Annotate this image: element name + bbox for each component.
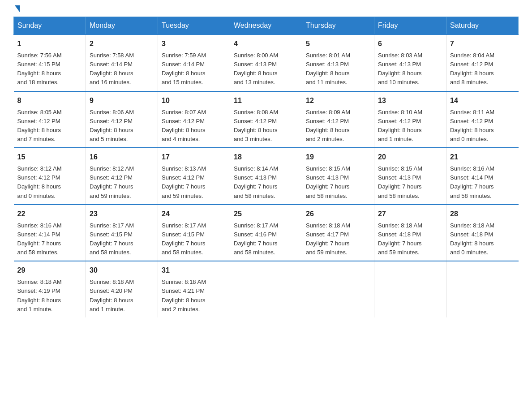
day-info: Sunrise: 8:04 AMSunset: 4:12 PMDaylight:… xyxy=(450,52,494,86)
calendar-day-cell: 9 Sunrise: 8:06 AMSunset: 4:12 PMDayligh… xyxy=(86,91,158,148)
calendar-day-cell: 19 Sunrise: 8:15 AMSunset: 4:13 PMDaylig… xyxy=(302,148,374,205)
calendar-day-cell: 22 Sunrise: 8:16 AMSunset: 4:14 PMDaylig… xyxy=(14,205,86,261)
day-number: 5 xyxy=(306,39,370,49)
calendar-day-cell: 4 Sunrise: 8:00 AMSunset: 4:13 PMDayligh… xyxy=(230,34,302,91)
day-info: Sunrise: 8:18 AMSunset: 4:20 PMDaylight:… xyxy=(90,278,134,312)
day-number: 26 xyxy=(306,209,370,219)
calendar-day-cell: 27 Sunrise: 8:18 AMSunset: 4:18 PMDaylig… xyxy=(374,205,446,261)
day-number: 11 xyxy=(234,95,298,106)
calendar-week-row: 29 Sunrise: 8:18 AMSunset: 4:19 PMDaylig… xyxy=(14,261,519,317)
day-info: Sunrise: 8:01 AMSunset: 4:13 PMDaylight:… xyxy=(306,52,350,86)
calendar-day-cell: 23 Sunrise: 8:17 AMSunset: 4:15 PMDaylig… xyxy=(86,205,158,261)
day-number: 6 xyxy=(378,39,442,49)
day-info: Sunrise: 8:18 AMSunset: 4:17 PMDaylight:… xyxy=(306,222,350,256)
day-number: 29 xyxy=(17,265,82,276)
calendar-day-cell: 1 Sunrise: 7:56 AMSunset: 4:15 PMDayligh… xyxy=(14,34,86,91)
day-number: 15 xyxy=(17,152,82,163)
day-info: Sunrise: 8:16 AMSunset: 4:14 PMDaylight:… xyxy=(17,222,62,256)
calendar-day-cell: 30 Sunrise: 8:18 AMSunset: 4:20 PMDaylig… xyxy=(86,261,158,317)
day-of-week-header: Wednesday xyxy=(230,17,302,35)
calendar-day-cell: 25 Sunrise: 8:17 AMSunset: 4:16 PMDaylig… xyxy=(230,205,302,261)
calendar-table: SundayMondayTuesdayWednesdayThursdayFrid… xyxy=(13,17,519,317)
day-of-week-header: Friday xyxy=(374,17,446,35)
day-info: Sunrise: 8:15 AMSunset: 4:13 PMDaylight:… xyxy=(378,165,422,199)
calendar-day-cell xyxy=(302,261,374,317)
day-number: 13 xyxy=(378,95,442,106)
day-number: 16 xyxy=(90,152,154,163)
calendar-day-cell: 29 Sunrise: 8:18 AMSunset: 4:19 PMDaylig… xyxy=(14,261,86,317)
day-info: Sunrise: 8:05 AMSunset: 4:12 PMDaylight:… xyxy=(17,109,62,142)
calendar-day-cell: 16 Sunrise: 8:12 AMSunset: 4:12 PMDaylig… xyxy=(86,148,158,205)
day-info: Sunrise: 8:15 AMSunset: 4:13 PMDaylight:… xyxy=(306,165,350,199)
day-number: 18 xyxy=(234,152,298,163)
day-of-week-header: Tuesday xyxy=(158,17,230,35)
calendar-day-cell: 13 Sunrise: 8:10 AMSunset: 4:12 PMDaylig… xyxy=(374,91,446,148)
calendar-day-cell: 17 Sunrise: 8:13 AMSunset: 4:12 PMDaylig… xyxy=(158,148,230,205)
day-info: Sunrise: 8:16 AMSunset: 4:14 PMDaylight:… xyxy=(450,165,494,199)
calendar-week-row: 15 Sunrise: 8:12 AMSunset: 4:12 PMDaylig… xyxy=(14,148,519,205)
day-of-week-header: Sunday xyxy=(14,17,86,35)
day-number: 17 xyxy=(162,152,226,163)
day-info: Sunrise: 8:06 AMSunset: 4:12 PMDaylight:… xyxy=(90,109,134,142)
calendar-day-cell: 3 Sunrise: 7:59 AMSunset: 4:14 PMDayligh… xyxy=(158,34,230,91)
calendar-day-cell: 8 Sunrise: 8:05 AMSunset: 4:12 PMDayligh… xyxy=(14,91,86,148)
day-info: Sunrise: 8:17 AMSunset: 4:15 PMDaylight:… xyxy=(90,222,134,256)
calendar-day-cell: 21 Sunrise: 8:16 AMSunset: 4:14 PMDaylig… xyxy=(446,148,519,205)
calendar-day-cell: 2 Sunrise: 7:58 AMSunset: 4:14 PMDayligh… xyxy=(86,34,158,91)
calendar-day-cell xyxy=(374,261,446,317)
day-info: Sunrise: 8:18 AMSunset: 4:18 PMDaylight:… xyxy=(450,222,494,256)
day-number: 14 xyxy=(450,95,515,106)
day-info: Sunrise: 8:12 AMSunset: 4:12 PMDaylight:… xyxy=(17,165,62,199)
day-info: Sunrise: 8:14 AMSunset: 4:13 PMDaylight:… xyxy=(234,165,278,199)
day-info: Sunrise: 8:17 AMSunset: 4:15 PMDaylight:… xyxy=(162,222,206,256)
day-number: 21 xyxy=(450,152,515,163)
day-number: 30 xyxy=(90,265,154,276)
calendar-day-cell: 14 Sunrise: 8:11 AMSunset: 4:12 PMDaylig… xyxy=(446,91,519,148)
calendar-header-row: SundayMondayTuesdayWednesdayThursdayFrid… xyxy=(14,17,519,35)
day-number: 24 xyxy=(162,209,226,219)
day-number: 3 xyxy=(162,39,226,49)
calendar-day-cell: 18 Sunrise: 8:14 AMSunset: 4:13 PMDaylig… xyxy=(230,148,302,205)
day-number: 19 xyxy=(306,152,370,163)
day-number: 4 xyxy=(234,39,298,49)
day-number: 8 xyxy=(17,95,82,106)
day-info: Sunrise: 8:18 AMSunset: 4:21 PMDaylight:… xyxy=(162,278,206,312)
calendar-day-cell: 28 Sunrise: 8:18 AMSunset: 4:18 PMDaylig… xyxy=(446,205,519,261)
calendar-day-cell: 24 Sunrise: 8:17 AMSunset: 4:15 PMDaylig… xyxy=(158,205,230,261)
logo xyxy=(13,9,20,12)
day-number: 28 xyxy=(450,209,515,219)
day-number: 20 xyxy=(378,152,442,163)
calendar-day-cell xyxy=(446,261,519,317)
day-info: Sunrise: 7:56 AMSunset: 4:15 PMDaylight:… xyxy=(17,52,62,86)
day-number: 10 xyxy=(162,95,226,106)
day-number: 23 xyxy=(90,209,154,219)
day-number: 2 xyxy=(90,39,154,49)
day-info: Sunrise: 8:17 AMSunset: 4:16 PMDaylight:… xyxy=(234,222,278,256)
calendar-day-cell: 5 Sunrise: 8:01 AMSunset: 4:13 PMDayligh… xyxy=(302,34,374,91)
calendar-day-cell: 6 Sunrise: 8:03 AMSunset: 4:13 PMDayligh… xyxy=(374,34,446,91)
day-info: Sunrise: 8:13 AMSunset: 4:12 PMDaylight:… xyxy=(162,165,206,199)
day-number: 27 xyxy=(378,209,442,219)
day-info: Sunrise: 8:07 AMSunset: 4:12 PMDaylight:… xyxy=(162,109,206,142)
calendar-day-cell: 10 Sunrise: 8:07 AMSunset: 4:12 PMDaylig… xyxy=(158,91,230,148)
calendar-week-row: 1 Sunrise: 7:56 AMSunset: 4:15 PMDayligh… xyxy=(14,34,519,91)
calendar-day-cell: 11 Sunrise: 8:08 AMSunset: 4:12 PMDaylig… xyxy=(230,91,302,148)
day-of-week-header: Thursday xyxy=(302,17,374,35)
calendar-day-cell: 20 Sunrise: 8:15 AMSunset: 4:13 PMDaylig… xyxy=(374,148,446,205)
day-number: 1 xyxy=(17,39,82,49)
day-number: 7 xyxy=(450,39,515,49)
day-info: Sunrise: 7:58 AMSunset: 4:14 PMDaylight:… xyxy=(90,52,134,86)
day-number: 25 xyxy=(234,209,298,219)
calendar-day-cell: 12 Sunrise: 8:09 AMSunset: 4:12 PMDaylig… xyxy=(302,91,374,148)
calendar-week-row: 8 Sunrise: 8:05 AMSunset: 4:12 PMDayligh… xyxy=(14,91,519,148)
day-info: Sunrise: 8:09 AMSunset: 4:12 PMDaylight:… xyxy=(306,109,350,142)
day-info: Sunrise: 8:03 AMSunset: 4:13 PMDaylight:… xyxy=(378,52,422,86)
day-info: Sunrise: 8:12 AMSunset: 4:12 PMDaylight:… xyxy=(90,165,134,199)
day-of-week-header: Saturday xyxy=(446,17,519,35)
day-number: 22 xyxy=(17,209,82,219)
day-number: 9 xyxy=(90,95,154,106)
day-info: Sunrise: 8:10 AMSunset: 4:12 PMDaylight:… xyxy=(378,109,422,142)
day-info: Sunrise: 7:59 AMSunset: 4:14 PMDaylight:… xyxy=(162,52,206,86)
calendar-day-cell: 31 Sunrise: 8:18 AMSunset: 4:21 PMDaylig… xyxy=(158,261,230,317)
day-info: Sunrise: 8:11 AMSunset: 4:12 PMDaylight:… xyxy=(450,109,494,142)
